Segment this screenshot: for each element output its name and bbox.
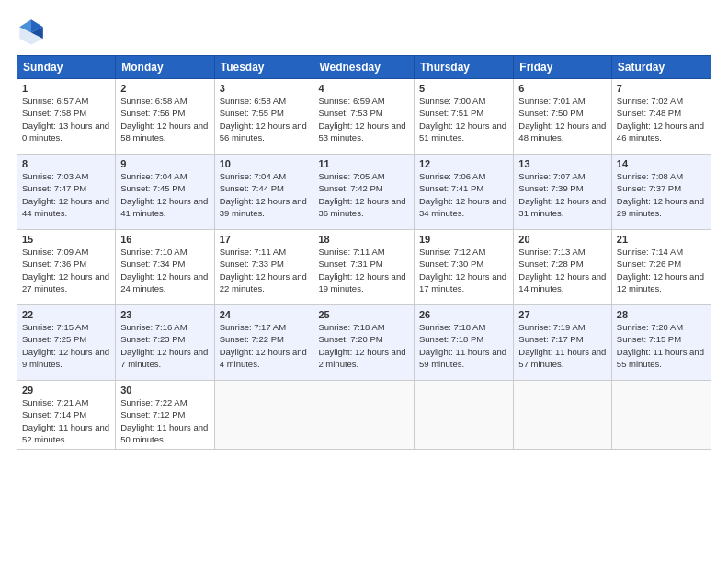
calendar-day-cell: 23Sunrise: 7:16 AMSunset: 7:23 PMDayligh… bbox=[116, 305, 214, 381]
calendar-day-cell: 17Sunrise: 7:11 AMSunset: 7:33 PMDayligh… bbox=[214, 230, 313, 305]
day-info: Sunrise: 7:04 AMSunset: 7:44 PMDaylight:… bbox=[220, 170, 309, 219]
day-number: 16 bbox=[120, 234, 209, 245]
calendar-day-cell: 1Sunrise: 6:57 AMSunset: 7:58 PMDaylight… bbox=[17, 79, 116, 155]
calendar-day-cell: 21Sunrise: 7:14 AMSunset: 7:26 PMDayligh… bbox=[611, 230, 711, 305]
day-info: Sunrise: 7:14 AMSunset: 7:26 PMDaylight:… bbox=[617, 246, 706, 294]
day-info: Sunrise: 7:16 AMSunset: 7:23 PMDaylight:… bbox=[120, 321, 209, 370]
calendar-day-cell: 29Sunrise: 7:21 AMSunset: 7:14 PMDayligh… bbox=[17, 381, 116, 450]
day-number: 25 bbox=[318, 309, 409, 320]
day-number: 13 bbox=[518, 158, 607, 169]
day-number: 19 bbox=[419, 234, 508, 245]
calendar-day-cell: 6Sunrise: 7:01 AMSunset: 7:50 PMDaylight… bbox=[514, 79, 612, 155]
logo bbox=[17, 17, 51, 46]
calendar-day-cell bbox=[214, 381, 313, 450]
weekday-header: Tuesday bbox=[214, 56, 313, 79]
day-number: 7 bbox=[617, 83, 706, 94]
calendar-week-row: 15Sunrise: 7:09 AMSunset: 7:36 PMDayligh… bbox=[17, 230, 711, 305]
calendar-day-cell bbox=[611, 381, 711, 450]
calendar-day-cell: 20Sunrise: 7:13 AMSunset: 7:28 PMDayligh… bbox=[514, 230, 612, 305]
day-number: 22 bbox=[22, 309, 110, 320]
day-info: Sunrise: 7:22 AMSunset: 7:12 PMDaylight:… bbox=[120, 396, 209, 445]
calendar-day-cell: 28Sunrise: 7:20 AMSunset: 7:15 PMDayligh… bbox=[611, 305, 711, 381]
calendar-day-cell: 26Sunrise: 7:18 AMSunset: 7:18 PMDayligh… bbox=[415, 305, 514, 381]
day-info: Sunrise: 7:18 AMSunset: 7:20 PMDaylight:… bbox=[318, 321, 409, 370]
day-number: 11 bbox=[318, 158, 409, 169]
day-number: 20 bbox=[518, 234, 607, 245]
day-number: 4 bbox=[318, 83, 409, 94]
day-number: 27 bbox=[518, 309, 607, 320]
day-info: Sunrise: 7:11 AMSunset: 7:31 PMDaylight:… bbox=[318, 246, 409, 294]
logo-icon bbox=[17, 17, 46, 46]
weekday-header: Friday bbox=[514, 56, 612, 79]
calendar-week-row: 1Sunrise: 6:57 AMSunset: 7:58 PMDaylight… bbox=[17, 79, 711, 155]
page: SundayMondayTuesdayWednesdayThursdayFrid… bbox=[0, 0, 728, 563]
day-info: Sunrise: 7:13 AMSunset: 7:28 PMDaylight:… bbox=[518, 246, 607, 294]
day-info: Sunrise: 6:57 AMSunset: 7:58 PMDaylight:… bbox=[22, 95, 110, 144]
day-number: 1 bbox=[22, 83, 110, 94]
calendar-day-cell: 7Sunrise: 7:02 AMSunset: 7:48 PMDaylight… bbox=[611, 79, 711, 155]
calendar-day-cell: 16Sunrise: 7:10 AMSunset: 7:34 PMDayligh… bbox=[116, 230, 214, 305]
day-info: Sunrise: 7:06 AMSunset: 7:41 PMDaylight:… bbox=[419, 170, 508, 219]
calendar-week-row: 8Sunrise: 7:03 AMSunset: 7:47 PMDaylight… bbox=[17, 155, 711, 230]
calendar-day-cell: 3Sunrise: 6:58 AMSunset: 7:55 PMDaylight… bbox=[214, 79, 313, 155]
day-info: Sunrise: 7:02 AMSunset: 7:48 PMDaylight:… bbox=[617, 95, 706, 144]
calendar-day-cell: 30Sunrise: 7:22 AMSunset: 7:12 PMDayligh… bbox=[116, 381, 214, 450]
day-number: 9 bbox=[120, 158, 209, 169]
calendar-week-row: 29Sunrise: 7:21 AMSunset: 7:14 PMDayligh… bbox=[17, 381, 711, 450]
day-info: Sunrise: 7:17 AMSunset: 7:22 PMDaylight:… bbox=[220, 321, 309, 370]
calendar-day-cell: 5Sunrise: 7:00 AMSunset: 7:51 PMDaylight… bbox=[415, 79, 514, 155]
day-info: Sunrise: 7:01 AMSunset: 7:50 PMDaylight:… bbox=[518, 95, 607, 144]
day-info: Sunrise: 6:59 AMSunset: 7:53 PMDaylight:… bbox=[318, 95, 409, 144]
day-number: 24 bbox=[220, 309, 309, 320]
day-number: 18 bbox=[318, 234, 409, 245]
day-number: 26 bbox=[419, 309, 508, 320]
day-info: Sunrise: 7:19 AMSunset: 7:17 PMDaylight:… bbox=[518, 321, 607, 370]
calendar-day-cell: 2Sunrise: 6:58 AMSunset: 7:56 PMDaylight… bbox=[116, 79, 214, 155]
calendar-day-cell: 12Sunrise: 7:06 AMSunset: 7:41 PMDayligh… bbox=[415, 155, 514, 230]
day-info: Sunrise: 7:21 AMSunset: 7:14 PMDaylight:… bbox=[22, 396, 110, 445]
calendar-day-cell: 27Sunrise: 7:19 AMSunset: 7:17 PMDayligh… bbox=[514, 305, 612, 381]
day-info: Sunrise: 7:09 AMSunset: 7:36 PMDaylight:… bbox=[22, 246, 110, 294]
calendar-day-cell: 13Sunrise: 7:07 AMSunset: 7:39 PMDayligh… bbox=[514, 155, 612, 230]
calendar-day-cell: 10Sunrise: 7:04 AMSunset: 7:44 PMDayligh… bbox=[214, 155, 313, 230]
calendar-day-cell: 25Sunrise: 7:18 AMSunset: 7:20 PMDayligh… bbox=[313, 305, 415, 381]
calendar-day-cell: 11Sunrise: 7:05 AMSunset: 7:42 PMDayligh… bbox=[313, 155, 415, 230]
calendar-day-cell bbox=[514, 381, 612, 450]
calendar-day-cell: 24Sunrise: 7:17 AMSunset: 7:22 PMDayligh… bbox=[214, 305, 313, 381]
day-number: 3 bbox=[220, 83, 309, 94]
day-number: 6 bbox=[518, 83, 607, 94]
day-info: Sunrise: 7:20 AMSunset: 7:15 PMDaylight:… bbox=[617, 321, 706, 370]
day-info: Sunrise: 6:58 AMSunset: 7:55 PMDaylight:… bbox=[220, 95, 309, 144]
day-info: Sunrise: 7:15 AMSunset: 7:25 PMDaylight:… bbox=[22, 321, 110, 370]
day-info: Sunrise: 7:10 AMSunset: 7:34 PMDaylight:… bbox=[120, 246, 209, 294]
calendar-day-cell: 22Sunrise: 7:15 AMSunset: 7:25 PMDayligh… bbox=[17, 305, 116, 381]
header bbox=[17, 17, 711, 46]
day-number: 23 bbox=[120, 309, 209, 320]
day-number: 17 bbox=[220, 234, 309, 245]
weekday-header: Sunday bbox=[17, 56, 116, 79]
calendar-day-cell bbox=[313, 381, 415, 450]
header-row: SundayMondayTuesdayWednesdayThursdayFrid… bbox=[17, 56, 711, 79]
calendar-day-cell: 8Sunrise: 7:03 AMSunset: 7:47 PMDaylight… bbox=[17, 155, 116, 230]
calendar-day-cell: 15Sunrise: 7:09 AMSunset: 7:36 PMDayligh… bbox=[17, 230, 116, 305]
calendar-day-cell: 18Sunrise: 7:11 AMSunset: 7:31 PMDayligh… bbox=[313, 230, 415, 305]
day-info: Sunrise: 7:11 AMSunset: 7:33 PMDaylight:… bbox=[220, 246, 309, 294]
day-number: 28 bbox=[617, 309, 706, 320]
day-info: Sunrise: 7:18 AMSunset: 7:18 PMDaylight:… bbox=[419, 321, 508, 370]
day-info: Sunrise: 7:12 AMSunset: 7:30 PMDaylight:… bbox=[419, 246, 508, 294]
calendar-week-row: 22Sunrise: 7:15 AMSunset: 7:25 PMDayligh… bbox=[17, 305, 711, 381]
day-info: Sunrise: 7:03 AMSunset: 7:47 PMDaylight:… bbox=[22, 170, 110, 219]
day-number: 29 bbox=[22, 385, 110, 396]
day-number: 10 bbox=[220, 158, 309, 169]
day-info: Sunrise: 7:07 AMSunset: 7:39 PMDaylight:… bbox=[518, 170, 607, 219]
calendar-table: SundayMondayTuesdayWednesdayThursdayFrid… bbox=[17, 55, 711, 450]
weekday-header: Thursday bbox=[415, 56, 514, 79]
day-number: 5 bbox=[419, 83, 508, 94]
calendar-day-cell: 4Sunrise: 6:59 AMSunset: 7:53 PMDaylight… bbox=[313, 79, 415, 155]
day-number: 12 bbox=[419, 158, 508, 169]
day-number: 8 bbox=[22, 158, 110, 169]
day-number: 14 bbox=[617, 158, 706, 169]
weekday-header: Wednesday bbox=[313, 56, 415, 79]
calendar-day-cell: 9Sunrise: 7:04 AMSunset: 7:45 PMDaylight… bbox=[116, 155, 214, 230]
day-info: Sunrise: 7:04 AMSunset: 7:45 PMDaylight:… bbox=[120, 170, 209, 219]
